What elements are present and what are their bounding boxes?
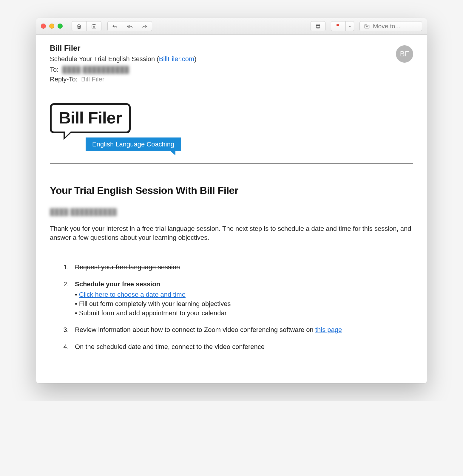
move-to-label: Move to... [373,23,400,30]
window-controls [41,24,63,29]
to-row: To: ████ ██████████ [50,66,413,74]
bubble-tail-icon [64,132,72,140]
step-4: On the scheduled date and time, connect … [71,342,413,352]
logo-bubble: Bill Filer [50,103,131,133]
flag-group [331,21,354,31]
reply-all-icon [127,23,133,29]
reply-all-button[interactable] [122,21,137,31]
step-2b: Fill out form completely with your learn… [75,299,413,309]
step-1-text: Request your free language session [75,263,180,271]
body-title: Your Trial English Session With Bill Fil… [50,185,413,196]
subject-prefix: Schedule Your Trial English Session ( [50,55,159,63]
junk-button[interactable] [87,21,101,31]
step-2c: Submit form and add appointment to your … [75,309,413,318]
print-icon [315,23,321,29]
replyto-value: Bill Filer [81,75,104,83]
to-label: To: [50,66,58,74]
move-to-button[interactable]: Move to... [359,21,422,31]
minimize-window-button[interactable] [49,24,54,29]
flag-menu-button[interactable] [346,21,354,31]
move-icon [364,23,370,29]
message-header: Bill Filer Schedule Your Trial English S… [36,35,427,89]
reply-group [107,21,152,31]
step-3-prefix: Review information about how to connect … [75,326,315,333]
delete-group [72,21,101,31]
print-button[interactable] [311,21,325,31]
svg-rect-1 [316,25,320,27]
step-3: Review information about how to connect … [71,325,413,335]
brand-logo: Bill Filer English Language Coaching [50,103,413,151]
forward-icon [142,23,148,29]
steps-list: Request your free language session Sched… [50,263,413,352]
zoom-window-button[interactable] [58,24,63,29]
forward-button[interactable] [137,21,152,31]
schedule-link[interactable]: Click here to choose a date and time [79,291,186,298]
replyto-row: Reply-To: Bill Filer [50,75,413,83]
message-body: Bill Filer English Language Coaching You… [36,94,427,383]
step-2a: Click here to choose a date and time [75,290,413,299]
flag-icon [335,23,341,29]
subject-link[interactable]: BillFiler.com [159,55,195,63]
trash-icon [76,23,82,29]
logo-name: Bill Filer [59,108,122,127]
junk-icon [91,23,97,29]
sender-name: Bill Filer [50,44,413,53]
mail-window: Move to... Bill Filer Schedule Your Tria… [36,18,427,383]
intro-paragraph: Thank you for your interest in a free tr… [50,224,413,242]
subject-suffix: ) [194,55,196,63]
print-group [311,21,325,31]
body-divider [50,163,413,164]
step-2: Schedule your free session Click here to… [71,280,413,318]
to-value: ████ ██████████ [62,66,129,74]
step-2-sublist: Click here to choose a date and time Fil… [75,290,413,318]
zoom-info-link[interactable]: this page [315,326,342,333]
step-2-title: Schedule your free session [75,280,160,288]
chevron-down-icon [348,24,352,28]
reply-button[interactable] [107,21,122,31]
replyto-label: Reply-To: [50,75,78,83]
reply-icon [112,23,118,29]
subject-line: Schedule Your Trial English Session (Bil… [50,55,413,63]
delete-button[interactable] [72,21,87,31]
greeting-redacted: ████ ██████████ [50,208,117,216]
sender-avatar[interactable]: BF [396,45,413,63]
step-1: Request your free language session [71,263,413,272]
logo-tagline: English Language Coaching [86,137,181,151]
flag-button[interactable] [331,21,346,31]
window-titlebar: Move to... [36,18,427,35]
close-window-button[interactable] [41,24,46,29]
